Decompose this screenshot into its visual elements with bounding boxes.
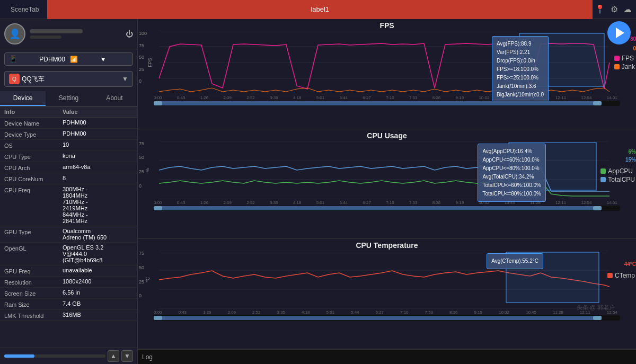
play-button[interactable]: [607, 21, 631, 45]
cpu-temp-chart-section: CPU Temperature 75 50 25 0 ℃: [138, 239, 636, 349]
info-val: 316MB: [63, 312, 133, 318]
cpu-scrollbar-thumb: [154, 206, 602, 210]
info-rows: Device Name PDHM00 Device Type PDHM00 OS…: [0, 118, 137, 321]
info-key: Resolution: [4, 278, 63, 286]
app-select[interactable]: Q QQ飞车 ▼: [4, 71, 133, 87]
appcpu-legend-label: AppCPU: [608, 167, 633, 175]
info-key: Screen Size: [4, 289, 63, 297]
cloud-icon[interactable]: ☁: [623, 4, 632, 14]
table-row: CPU Type kona: [0, 151, 137, 162]
app-dropdown-arrow[interactable]: ▼: [122, 75, 128, 83]
info-val: 10: [63, 141, 133, 148]
temp-scrollbar-thumb: [154, 316, 602, 320]
jank-legend-dot: [614, 64, 620, 69]
table-row: CPU CoreNum 8: [0, 173, 137, 184]
top-bar: SceneTab label1 📍 ⚙ ☁: [0, 0, 636, 19]
device-select[interactable]: 📱 PDHM00 📶 ▼: [4, 52, 133, 66]
table-row: OpenGL OpenGL ES 3.2V@444.0(GIT@b4b69c8: [0, 243, 137, 265]
info-val: 300MHz -1804MHz710MHz -2419MHz844MHz -28…: [63, 186, 133, 224]
header-value: Value: [63, 109, 78, 115]
ctemp-legend-label: CTemp: [615, 272, 635, 279]
fps-chart-area: 100 75 50 25 0 FPS: [138, 31, 636, 94]
table-row: Resolution 1080x2400: [0, 277, 137, 288]
cpu-temp-chart-area: 75 50 25 0 ℃ Avg(CT: [138, 251, 636, 309]
svg-rect-15: [506, 252, 599, 303]
jank-line: [159, 88, 610, 92]
info-key: LMK Threshold: [4, 312, 63, 319]
info-key: CPU Arch: [4, 164, 63, 171]
temp-y-0: 0: [139, 293, 144, 298]
fps-x-labels: 0:000:431:262:092:523:354:185:015:446:27…: [138, 95, 636, 100]
info-val: 6.56 in: [63, 289, 133, 296]
info-val: PDHM00: [63, 130, 133, 137]
table-row: Device Type PDHM00: [0, 129, 137, 140]
table-row: Ram Size 7.4 GB: [0, 299, 137, 310]
fps-y-0: 0: [139, 78, 147, 84]
temp-y-axis: 75 50 25 0: [139, 251, 144, 298]
temp-scrollbar[interactable]: [154, 315, 620, 321]
scroll-track[interactable]: [4, 354, 105, 358]
fps-scrollbar-left-handle[interactable]: [154, 101, 162, 105]
device-icon: 📱: [9, 55, 37, 63]
app-name: QQ飞车: [22, 75, 120, 84]
log-label[interactable]: Log: [142, 353, 153, 361]
location-icon[interactable]: 📍: [595, 4, 605, 14]
fps-svg: [154, 31, 615, 94]
scroll-down-btn[interactable]: ▼: [121, 350, 133, 362]
temp-legend: CTemp: [607, 272, 635, 280]
temp-scrollbar-right-handle[interactable]: [593, 316, 602, 320]
scroll-up-btn[interactable]: ▲: [108, 350, 119, 362]
cpu-y-25: 25: [139, 169, 144, 174]
cpu-temp-chart-title: CPU Temperature: [138, 241, 636, 250]
cpu-scrollbar-right-handle[interactable]: [593, 206, 602, 210]
fps-y-75: 75: [139, 43, 147, 48]
bottom-controls: ▲ ▼: [0, 348, 137, 364]
fps-scrollbar-thumb: [154, 101, 602, 105]
tab-about[interactable]: About: [92, 91, 137, 106]
fps-chart-section: FPS 100 75 50 25 0 FPS: [138, 19, 636, 129]
cpu-x-labels: 0:000:431:262:092:523:354:185:015:446:27…: [138, 200, 636, 205]
device-name: PDHM00: [39, 56, 67, 63]
fps-y-100: 100: [139, 31, 147, 36]
fps-scrollbar[interactable]: [154, 101, 620, 106]
power-icon[interactable]: ⏻: [126, 30, 133, 38]
cpu-legend: AppCPU TotalCPU: [600, 167, 635, 184]
tab-setting[interactable]: Setting: [46, 91, 91, 106]
fps-legend-fps: FPS: [614, 55, 635, 62]
cpu-scrollbar-left-handle[interactable]: [154, 206, 162, 210]
tab-device[interactable]: Device: [0, 91, 46, 106]
temp-x-labels: 0:000:431:262:092:523:354:185:015:446:27…: [138, 310, 636, 315]
table-row: GPU Freq unavailable: [0, 265, 137, 277]
fps-y-label: FPS: [147, 58, 153, 67]
right-panel: FPS 100 75 50 25 0 FPS: [138, 19, 636, 364]
fps-y-axis: 100 75 50 25 0: [139, 31, 147, 84]
cpu-usage-chart-section: CPU Usage 75 50 25 0 %: [138, 129, 636, 239]
table-row: Device Name PDHM00: [0, 118, 137, 129]
table-row: CPU Arch arm64-v8a: [0, 162, 137, 173]
table-row: CPU Freq 300MHz -1804MHz710MHz -2419MHz8…: [0, 184, 137, 226]
fps-legend: FPS Jank: [614, 55, 635, 72]
label1-bar[interactable]: label1: [47, 0, 593, 19]
cpu-legend-app: AppCPU: [600, 167, 635, 175]
cpu-y-axis: 75 50 25 0: [139, 141, 144, 189]
info-key: GPU Type: [4, 228, 63, 235]
info-key: CPU CoreNum: [4, 175, 63, 182]
header-info: Info: [4, 109, 63, 115]
cpu-y-label: %: [145, 168, 150, 172]
device-dropdown-arrow[interactable]: ▼: [100, 56, 128, 63]
cpu-scrollbar[interactable]: [154, 206, 620, 211]
username-sub-bar: [30, 35, 61, 39]
ctemp-legend-dot: [607, 273, 613, 278]
info-val: 1080x2400: [63, 278, 133, 285]
fps-scrollbar-right-handle[interactable]: [593, 101, 602, 105]
play-icon: [616, 28, 624, 38]
username-bar: [30, 29, 83, 33]
cpu-usage-svg: [154, 141, 615, 199]
scene-tab-label[interactable]: SceneTab: [4, 6, 45, 13]
table-row: GPU Type QualcommAdreno (TM) 650: [0, 226, 137, 243]
cpu-y-75: 75: [139, 141, 144, 146]
settings-icon[interactable]: ⚙: [611, 4, 618, 14]
svg-rect-10: [509, 143, 596, 190]
profile-section: 👤 ⏻: [0, 19, 137, 49]
temp-scrollbar-left-handle[interactable]: [154, 316, 162, 320]
